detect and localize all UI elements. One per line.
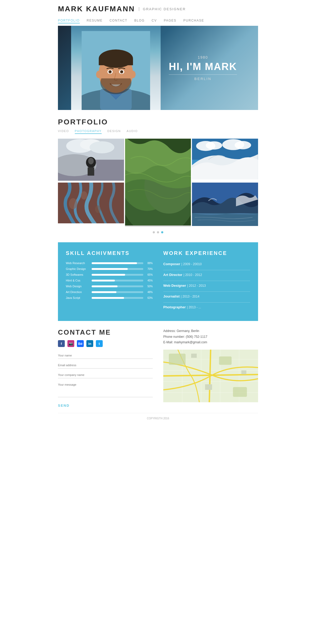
main-nav: PORTFOLIO RESUME CONTACT BLOG CV PAGES P… (58, 16, 258, 26)
dot-3[interactable] (161, 231, 163, 233)
skill-label-graphic-design: Graphic Design (66, 267, 90, 270)
site-subtitle: GRAPHIC DESIGNER (139, 7, 186, 11)
skill-label-web-design: Web Design (66, 285, 90, 288)
nav-portfolio[interactable]: PORTFOLIO (58, 19, 80, 23)
site-name: MARK KAUFMANN (58, 5, 135, 13)
tab-design[interactable]: DESIGN (107, 129, 121, 134)
work-role-composer: Composer (163, 262, 180, 266)
work-role-photographer: Photographer (163, 305, 186, 309)
work-period-art-director: | 2010 - 2012 (184, 273, 202, 277)
nav-pages[interactable]: PAGES (164, 19, 176, 22)
nav-cv[interactable]: CV (152, 19, 157, 22)
skills-column: SKILL ACHIVMENTS Web Research 88% Graphi… (66, 250, 153, 313)
work-column: WORK EXPERIENCE Composer | 2009 - 20010 … (163, 250, 250, 313)
pagination-dots (58, 231, 258, 233)
nav-resume[interactable]: RESUME (87, 19, 102, 22)
svg-point-30 (206, 141, 223, 149)
name-input[interactable] (58, 352, 153, 359)
contact-phone: Phone number: (506) 752-1117 (163, 334, 258, 340)
site-footer: COPYRIGTH 2016 (58, 413, 258, 422)
skill-bar-bg-web-research (92, 262, 143, 264)
contact-right-panel: Address: Germany, Berlin Phone number: (… (163, 328, 258, 408)
photo-item-mountain-lake[interactable] (192, 183, 258, 226)
social-icons-group: f 📷 Bé in t (58, 340, 153, 347)
social-linkedin-icon[interactable]: in (86, 340, 93, 347)
svg-point-37 (95, 205, 101, 213)
svg-rect-51 (233, 387, 247, 397)
work-divider-3 (163, 291, 250, 292)
svg-rect-52 (219, 356, 232, 365)
svg-point-13 (130, 71, 136, 78)
work-period-web-designer: | 2012 - 2013 (187, 284, 206, 288)
work-role-web-designer: Web Designer (163, 284, 186, 288)
portfolio-title: PORTFOLIO (58, 118, 258, 126)
skill-pct-web-design: 50% (145, 285, 153, 288)
social-behance-icon[interactable]: Bé (77, 340, 84, 347)
nav-contact[interactable]: CONTACT (110, 19, 127, 22)
skill-bar-bg-3d-softwares (92, 274, 143, 276)
email-input[interactable] (58, 362, 153, 369)
svg-rect-53 (191, 354, 197, 358)
tab-video[interactable]: VIDEO (58, 129, 69, 134)
contact-address: Address: Germany, Berlin (163, 328, 258, 334)
skill-pct-web-research: 88% (145, 262, 153, 265)
dot-1[interactable] (153, 231, 155, 233)
portfolio-tabs: VIDEO PHOTOGRAPHY DESIGN AUDIO (58, 129, 258, 134)
skill-pct-3d-softwares: 65% (145, 273, 153, 276)
contact-email: E-Mail: markymark@gmail.com (163, 340, 258, 345)
skill-art-direction: Art Direction 48% (66, 290, 153, 294)
nav-blog[interactable]: BLOG (134, 19, 145, 22)
photo-item-snow-person[interactable] (58, 139, 124, 181)
skill-bar-fill-javascript (92, 297, 124, 299)
work-period-photographer: | 2013 - ... (187, 305, 201, 309)
work-period-composer: | 2009 - 20010 (181, 262, 202, 266)
hero-section: 1980 HI, I'M MARK BERLIN (58, 26, 258, 110)
skill-pct-html-css: 45% (145, 279, 153, 282)
social-facebook-icon[interactable]: f (58, 340, 65, 347)
photo-item-aerial-green[interactable] (125, 139, 191, 227)
skill-label-3d-softwares: 3D Softwares (66, 273, 90, 276)
skill-pct-graphic-design: 70% (145, 268, 153, 270)
work-divider-2 (163, 281, 250, 281)
hero-year: 1980 (169, 55, 237, 59)
social-twitter-icon[interactable]: t (96, 340, 103, 347)
svg-rect-21 (88, 167, 94, 175)
social-instagram-icon[interactable]: 📷 (67, 340, 74, 347)
contact-left-panel: CONTACT ME f 📷 Bé in t SEND (58, 328, 153, 408)
skill-bar-fill-web-design (92, 285, 117, 287)
svg-point-10 (110, 71, 111, 72)
message-input[interactable] (58, 381, 153, 397)
dot-2[interactable] (157, 231, 159, 233)
tab-photography[interactable]: PHOTOGRAPHY (75, 129, 102, 134)
skill-pct-javascript: 63% (145, 296, 153, 299)
contact-form: SEND (58, 352, 153, 408)
skill-bar-fill-3d-softwares (92, 274, 125, 276)
map-placeholder[interactable] (163, 350, 258, 402)
photo-item-snow-mountain-top[interactable] (192, 139, 258, 179)
contact-section: CONTACT ME f 📷 Bé in t SEND Address: Ger… (58, 321, 258, 413)
send-button[interactable]: SEND (58, 404, 70, 407)
skills-title: SKILL ACHIVMENTS (66, 250, 153, 256)
footer-copyright: COPYRIGTH 2016 (147, 417, 169, 420)
work-journalist: Journalist | 2013 - 2014 (163, 294, 250, 299)
skill-bar-bg-graphic-design (92, 268, 143, 270)
contact-info-block: Address: Germany, Berlin Phone number: (… (163, 328, 258, 345)
skill-web-design: Web Design 50% (66, 285, 153, 288)
svg-point-11 (121, 71, 122, 72)
hero-text-block: 1980 HI, I'M MARK BERLIN (169, 55, 237, 81)
nav-purchase[interactable]: PURCHASE (183, 19, 204, 22)
skill-html-css: Html & Css 45% (66, 279, 153, 282)
svg-rect-55 (241, 370, 246, 374)
work-composer: Composer | 2009 - 20010 (163, 261, 250, 266)
work-art-director: Art Director | 2010 - 2012 (163, 272, 250, 277)
svg-point-36 (81, 191, 87, 199)
svg-rect-50 (169, 354, 186, 365)
photo-item-river[interactable] (58, 183, 124, 223)
work-role-art-director: Art Director (163, 273, 182, 277)
tab-audio[interactable]: AUDIO (127, 129, 138, 134)
skills-work-section: SKILL ACHIVMENTS Web Research 88% Graphi… (58, 242, 258, 321)
map-svg (163, 350, 258, 402)
svg-point-19 (90, 141, 114, 153)
company-input[interactable] (58, 372, 153, 378)
skill-bar-bg-art-direction (92, 291, 143, 293)
